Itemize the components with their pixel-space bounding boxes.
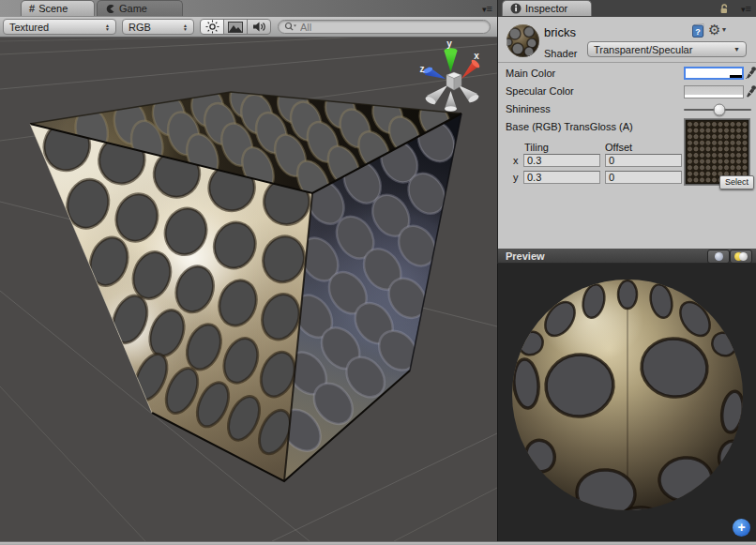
shininess-slider-thumb[interactable]: [714, 104, 726, 116]
scene-audio-toggle[interactable]: [247, 19, 271, 35]
inspector-panel: bricks Shader Transparent/Specular ▼ ? ⚙…: [497, 17, 756, 249]
eyedropper-icon[interactable]: [746, 84, 756, 98]
scene-pane-menu-icon[interactable]: ▾≡: [482, 4, 492, 14]
game-icon: [105, 4, 115, 14]
offset-label: Offset: [605, 142, 632, 153]
search-icon: [284, 22, 296, 32]
gizmo-z-label: z: [420, 64, 425, 74]
eyedropper-icon[interactable]: [746, 66, 756, 79]
gizmo-x-label: x: [474, 51, 479, 61]
material-preview-sphere[interactable]: [498, 264, 756, 541]
inspector-pane-menu-icon[interactable]: ▾≡: [741, 4, 751, 14]
tab-inspector-label: Inspector: [525, 3, 567, 14]
sun-icon: [205, 20, 219, 34]
scene-search-field[interactable]: [278, 20, 491, 34]
tiling-y-input[interactable]: [523, 171, 600, 184]
tiling-x-input[interactable]: [523, 154, 600, 167]
offset-y-input[interactable]: [605, 171, 682, 184]
updown-arrows-icon: ▲▼: [183, 23, 188, 31]
gizmo-y-label: y: [446, 38, 452, 49]
gizmo-z-axis[interactable]: [422, 66, 446, 79]
gizmo-y-axis[interactable]: [445, 48, 458, 72]
gear-icon[interactable]: ⚙▼: [708, 22, 727, 38]
material-ball-icon: [506, 23, 540, 58]
scene-skybox-toggle[interactable]: [223, 19, 248, 35]
chevron-down-icon: ▼: [733, 46, 740, 53]
tab-inspector[interactable]: Inspector: [502, 0, 592, 16]
color-mode-value: RGB: [129, 22, 151, 33]
shininess-slider[interactable]: [684, 104, 751, 115]
window-bottom-edge: [0, 541, 756, 545]
tiling-label: Tiling: [524, 142, 549, 153]
scene-lighting-toggle[interactable]: [200, 19, 224, 35]
sphere-icon: [715, 252, 723, 261]
cube-object[interactable]: [23, 61, 497, 481]
preview-area[interactable]: +: [497, 264, 756, 541]
main-color-alpha-white: [686, 75, 730, 78]
scene-viewport[interactable]: yxz: [0, 38, 497, 541]
shader-value: Transparent/Specular: [594, 44, 692, 55]
speaker-icon: [252, 21, 266, 33]
specular-color-alpha-white: [685, 95, 743, 98]
preview-sphere-button[interactable]: [707, 250, 730, 264]
light-toggle-icon: [734, 252, 748, 261]
shininess-label: Shininess: [506, 103, 551, 114]
lock-icon[interactable]: [718, 4, 730, 14]
draw-mode-value: Textured: [9, 22, 49, 33]
specular-color-swatch[interactable]: [684, 85, 744, 98]
tab-scene[interactable]: # Scene: [21, 0, 95, 16]
scene-gizmo[interactable]: yxz: [420, 38, 481, 112]
draw-mode-dropdown[interactable]: Textured ▲▼: [3, 19, 116, 35]
help-icon[interactable]: ?: [691, 23, 705, 38]
scene-grid-icon: #: [29, 3, 35, 14]
specular-color-alpha-bar: [685, 95, 743, 98]
preview-title: Preview: [506, 250, 545, 262]
shader-label: Shader: [544, 48, 577, 59]
search-input[interactable]: [298, 21, 471, 34]
material-name: bricks: [544, 25, 576, 39]
scene-toolbar: Textured ▲▼ RGB ▲▼: [0, 17, 497, 38]
tab-game[interactable]: Game: [97, 0, 183, 16]
preview-expand-button[interactable]: +: [733, 519, 750, 537]
tab-scene-label: Scene: [38, 3, 68, 14]
main-color-swatch[interactable]: [684, 67, 744, 80]
tab-game-label: Game: [119, 3, 147, 14]
image-icon: [228, 22, 243, 33]
main-color-label: Main Color: [506, 68, 555, 79]
select-texture-button[interactable]: Select: [719, 175, 754, 189]
shader-dropdown[interactable]: Transparent/Specular ▼: [587, 41, 747, 57]
scene-tabbar: # Scene Game ▾≡: [0, 0, 497, 17]
info-icon: [510, 3, 522, 14]
main-color-alpha-bar: [686, 75, 742, 78]
tiling-x-axis-label: x: [513, 155, 519, 166]
svg-text:?: ?: [695, 27, 701, 37]
offset-x-input[interactable]: [605, 154, 682, 167]
scene-3d-view[interactable]: yxz: [0, 38, 497, 541]
divider: [498, 62, 756, 63]
updown-arrows-icon: ▲▼: [105, 23, 110, 31]
tiling-y-axis-label: y: [513, 172, 519, 183]
preview-light-button[interactable]: [730, 250, 752, 264]
preview-header[interactable]: Preview: [497, 249, 756, 264]
color-mode-dropdown[interactable]: RGB ▲▼: [122, 19, 194, 35]
inspector-tabbar: Inspector ▾≡: [497, 0, 756, 17]
base-map-label: Base (RGB) TransGloss (A): [506, 121, 633, 132]
specular-color-label: Specular Color: [506, 85, 574, 97]
